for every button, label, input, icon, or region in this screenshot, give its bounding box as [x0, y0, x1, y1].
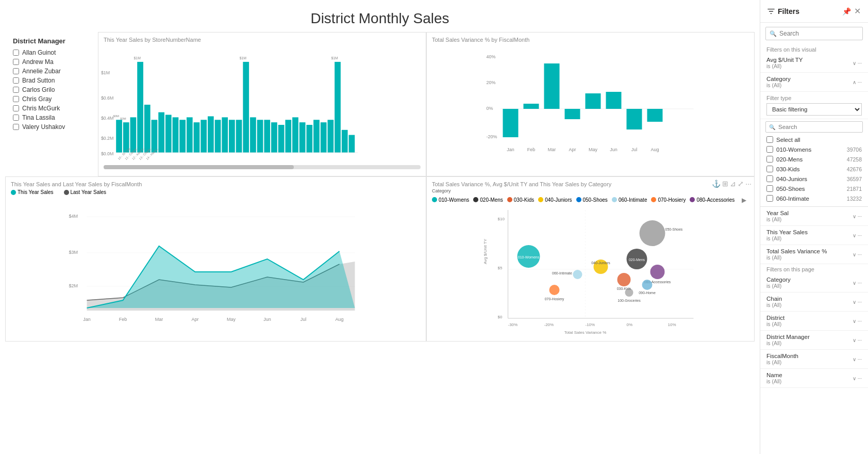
category-checkbox[interactable]	[766, 166, 773, 172]
dm-checkbox[interactable]	[13, 50, 19, 56]
legend-arrow[interactable]: ▶	[742, 197, 746, 204]
svg-text:Feb: Feb	[527, 147, 536, 152]
svg-text:-20%: -20%	[487, 134, 497, 139]
category-checkbox[interactable]	[766, 195, 773, 202]
filter-category-item[interactable]: 060-Intimate13232	[760, 193, 868, 203]
svg-text:Mar: Mar	[155, 317, 163, 322]
filter-this-year-sales[interactable]: This Year Sales is (All) ∨ ···	[760, 226, 868, 245]
scatter-legend-item: 060-Intimate	[612, 197, 647, 203]
dm-name: Andrew Ma	[22, 58, 54, 66]
filter-category-header[interactable]: Category is (All) ∧ ···	[760, 73, 868, 92]
svg-rect-25	[257, 120, 263, 153]
scrollbar[interactable]	[104, 165, 421, 169]
bar-chart-svg: $1M $0.6M $0.4M $0.2M $0.0M	[98, 43, 426, 164]
svg-rect-29	[285, 120, 291, 153]
svg-rect-16	[194, 122, 200, 153]
more-icon[interactable]: ···	[745, 180, 752, 188]
category-checkbox[interactable]	[766, 146, 773, 153]
svg-rect-32	[306, 125, 312, 153]
page-filter-item[interactable]: Chainis (All)∨ ···	[760, 293, 868, 312]
svg-rect-38	[349, 135, 355, 153]
svg-rect-11	[158, 112, 164, 153]
filter-type-select[interactable]: Basic filtering	[766, 103, 862, 116]
svg-text:$0M: $0M	[113, 115, 119, 118]
dm-checkbox[interactable]	[13, 68, 19, 74]
expand-icon[interactable]: ⤢	[738, 180, 744, 188]
filter-type-section: Filter type Basic filtering	[760, 92, 868, 119]
dm-list-item[interactable]: Valery Ushakov	[13, 123, 90, 131]
dm-checkbox[interactable]	[13, 59, 19, 65]
filter-year-sales[interactable]: Year Sal is (All) ∨ ···	[760, 207, 868, 226]
svg-text:Jan: Jan	[83, 317, 91, 322]
filter-select-all[interactable]: Select all	[760, 135, 868, 144]
dm-checkbox[interactable]	[13, 115, 19, 121]
filter-category-item[interactable]: 020-Mens47258	[760, 154, 868, 164]
dm-list-item[interactable]: Andrew Ma	[13, 58, 90, 66]
filter-category-item[interactable]: 010-Womens39706	[760, 144, 868, 154]
scatter-legend-item: 080-Accessories	[690, 197, 735, 203]
bar-chart-panel: This Year Sales by StoreNumberName $1M $…	[98, 32, 426, 176]
dm-checkbox[interactable]	[13, 87, 19, 93]
svg-point-115	[650, 265, 665, 279]
dm-list-item[interactable]: Chris Gray	[13, 95, 90, 103]
visual-filters-label: Filters on this visual	[760, 44, 868, 54]
filters-pin-icon[interactable]: 📌	[842, 7, 851, 15]
filter-avg-unit[interactable]: Avg $/Unit TY is (All) ∨ ···	[760, 54, 868, 73]
dm-list-item[interactable]: Annelie Zubar	[13, 68, 90, 75]
scatter-legend-item: 050-Shoes	[576, 197, 608, 203]
svg-text:Jun: Jun	[610, 147, 617, 152]
svg-text:-20%: -20%	[544, 322, 554, 327]
dm-name: Brad Sutton	[22, 77, 55, 84]
filter-category-item[interactable]: 030-Kids42676	[760, 164, 868, 174]
scatter-chart-panel: Total Sales Variance %, Avg $/Unit TY an…	[426, 176, 755, 342]
dm-checkbox[interactable]	[13, 124, 19, 130]
svg-text:May: May	[227, 317, 236, 322]
svg-text:$0: $0	[498, 315, 503, 319]
filter-total-sales-variance[interactable]: Total Sales Variance % is (All) ∨ ···	[760, 245, 868, 264]
dm-list-item[interactable]: Allan Guinot	[13, 49, 90, 56]
filter-icon[interactable]: ⊿	[730, 180, 736, 188]
dm-list-item[interactable]: Chris McGurk	[13, 105, 90, 112]
svg-text:$10: $10	[498, 217, 505, 221]
category-search-input[interactable]	[765, 121, 863, 133]
page-filter-item[interactable]: FiscalMonthis (All)∨ ···	[760, 350, 868, 369]
svg-text:Jun: Jun	[263, 317, 271, 322]
svg-rect-55	[503, 109, 519, 137]
filter-category-item[interactable]: 040-Juniors36597	[760, 174, 868, 184]
copy-icon[interactable]: ⊞	[722, 180, 728, 188]
filter-category-item[interactable]: 050-Shoes21871	[760, 184, 868, 193]
svg-text:Apr: Apr	[191, 317, 198, 322]
svg-rect-14	[179, 120, 186, 153]
svg-text:$1M: $1M	[101, 70, 110, 75]
svg-text:20%: 20%	[487, 80, 496, 85]
svg-rect-19	[215, 120, 221, 153]
page-filter-item[interactable]: Districtis (All)∨ ···	[760, 312, 868, 331]
dm-list-item[interactable]: Tina Lassila	[13, 114, 90, 121]
dm-checkbox[interactable]	[13, 77, 19, 84]
category-checkbox[interactable]	[766, 156, 773, 163]
scatter-chart-title: Total Sales Variance %, Avg $/Unit TY an…	[427, 177, 616, 187]
select-all-checkbox[interactable]	[766, 136, 773, 143]
filters-search-input[interactable]	[765, 27, 863, 40]
category-checkbox[interactable]	[766, 175, 773, 182]
svg-text:100-Groceries: 100-Groceries	[617, 299, 641, 302]
page-filter-item[interactable]: Categoryis (All)∨ ···	[760, 273, 868, 293]
page-filter-item[interactable]: Nameis (All)∨ ···	[760, 369, 868, 388]
svg-rect-17	[201, 120, 207, 153]
dm-list-item[interactable]: Carlos Grilo	[13, 86, 90, 93]
svg-marker-78	[87, 246, 355, 308]
dm-checkbox[interactable]	[13, 105, 19, 111]
svg-rect-31	[299, 122, 306, 153]
svg-rect-27	[271, 122, 277, 153]
chart-toolbar[interactable]: ⚓ ⊞ ⊿ ⤢ ···	[712, 180, 752, 188]
dm-checkbox[interactable]	[13, 96, 19, 102]
category-checkbox[interactable]	[766, 185, 773, 192]
filters-close-icon[interactable]: ✕	[854, 6, 861, 16]
dm-list-item[interactable]: Brad Sutton	[13, 77, 90, 84]
svg-text:Total Sales Variance %: Total Sales Variance %	[564, 330, 607, 335]
anchor-icon[interactable]: ⚓	[712, 180, 721, 188]
bar-chart-title: This Year Sales by StoreNumberName	[98, 33, 426, 43]
svg-rect-30	[292, 117, 298, 152]
svg-rect-22	[236, 120, 242, 153]
page-filter-item[interactable]: District Manageris (All)∨ ···	[760, 331, 868, 350]
